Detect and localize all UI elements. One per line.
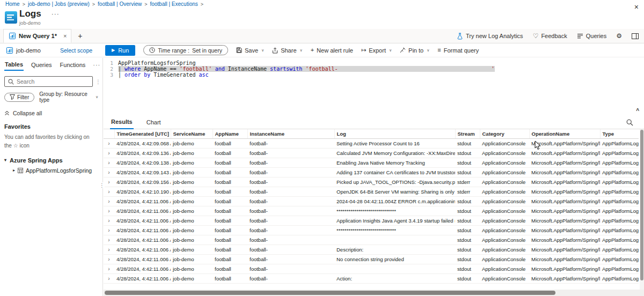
row-expander-icon[interactable]: › [108, 169, 109, 175]
col-operationname[interactable]: OperationName [529, 129, 600, 138]
row-expander-icon[interactable]: › [108, 237, 109, 243]
sidebar-tab-queries[interactable]: Queries [31, 60, 53, 70]
tab-new-query-1[interactable]: New Query 1* × [3, 29, 71, 43]
run-button[interactable]: ▶ Run [105, 45, 135, 56]
filter-button[interactable]: Filter [4, 93, 34, 102]
table-row[interactable]: › 4/28/2024, 4:42:11.006 AM job-demo foo… [104, 264, 639, 273]
tab-results[interactable]: Results [110, 116, 134, 129]
col-timegenerated[interactable]: TimeGenerated [UTC] [114, 129, 171, 138]
scrollbar-thumb[interactable] [640, 130, 643, 280]
tree-item-appplatformlogsforspring[interactable]: ▸ AppPlatformLogsforSpring [0, 165, 103, 176]
collapse-all-button[interactable]: Collapse all [4, 110, 98, 116]
feedback-button[interactable]: ♡ Feedback [533, 33, 567, 39]
results-vertical-scrollbar[interactable] [640, 129, 644, 290]
row-expander-icon[interactable]: › [108, 160, 109, 166]
results-table-body: › 4/28/2024, 4:42:09.068 AM job-demo foo… [104, 138, 639, 283]
cell-timegenerated: 4/28/2024, 4:42:11.006 AM [114, 225, 171, 235]
table-row[interactable]: › 4/28/2024, 4:42:11.006 AM job-demo foo… [104, 225, 639, 235]
scrollbar-thumb[interactable] [105, 291, 555, 295]
cell-instancename: football- [247, 273, 334, 283]
row-expander-icon[interactable]: › [108, 256, 109, 262]
col-type[interactable]: Type [600, 129, 639, 138]
select-scope-link[interactable]: Select scope [60, 47, 92, 54]
share-button[interactable]: Share ∨ [272, 47, 302, 54]
tree-group-azure-spring-apps[interactable]: ▾ Azure Spring Apps [0, 156, 103, 165]
new-alert-rule-button[interactable]: + New alert rule [311, 47, 353, 54]
close-blade-button[interactable]: × [634, 3, 639, 11]
breadcrumb-link[interactable]: football | Overview [98, 1, 142, 7]
table-row[interactable]: › 4/28/2024, 4:42:11.006 AM job-demo foo… [104, 206, 639, 216]
cell-type: AppPlatformLogs [600, 167, 639, 177]
sidebar-search-box[interactable] [4, 76, 93, 87]
breadcrumb-link[interactable]: Home [5, 1, 20, 7]
logs-blade-icon [4, 11, 18, 24]
col-instancename[interactable]: InstanceName [247, 129, 334, 138]
horizontal-scrollbar[interactable] [104, 290, 644, 296]
table-row[interactable]: › 4/28/2024, 4:42:11.006 AM job-demo foo… [104, 216, 639, 225]
search-input[interactable] [17, 78, 89, 85]
sidebar-tab-tables[interactable]: Tables [4, 59, 24, 71]
row-expander-icon[interactable]: › [108, 218, 109, 224]
time-range-button[interactable]: Time range : Set in query [143, 45, 228, 55]
col-stream[interactable]: Stream [455, 129, 480, 138]
table-row[interactable]: › 4/28/2024, 4:42:10.190 AM job-demo foo… [104, 187, 639, 196]
export-button[interactable]: ↦ Export ∨ [361, 47, 392, 54]
table-row[interactable]: › 4/28/2024, 4:42:11.006 AM job-demo foo… [104, 235, 639, 245]
search-options-handle[interactable]: ⋮ [96, 79, 101, 85]
collapse-results-icon[interactable]: ^ [636, 108, 639, 114]
row-expander-icon[interactable]: › [108, 189, 109, 195]
cell-instancename: football- [247, 264, 334, 273]
table-row[interactable]: › 4/28/2024, 4:42:11.006 AM job-demo foo… [104, 273, 639, 283]
row-expander-icon[interactable]: › [108, 198, 109, 204]
pin-to-button[interactable]: Pin to ∨ [400, 47, 429, 54]
breadcrumb-link[interactable]: job-demo | Jobs (preview) [28, 1, 90, 7]
table-row[interactable]: › 4/28/2024, 4:42:09.138 AM job-demo foo… [104, 158, 639, 167]
chevron-down-icon: ∨ [300, 48, 303, 53]
page-title: Logs [19, 9, 41, 19]
query-editor[interactable]: 1AppPlatformLogsforSpring 2| where AppNa… [104, 58, 644, 115]
cell-expander: › [104, 235, 114, 245]
col-appname[interactable]: AppName [213, 129, 247, 138]
sidebar-tab-functions[interactable]: Functions [60, 60, 86, 70]
row-expander-icon[interactable]: › [108, 140, 109, 146]
row-expander-icon[interactable]: › [108, 208, 109, 214]
results-search-icon[interactable] [626, 119, 633, 126]
new-tab-button[interactable]: + [71, 29, 89, 43]
collapsed-triangle-icon[interactable]: ▸ [13, 168, 15, 173]
table-row[interactable]: › 4/28/2024, 4:42:11.006 AM job-demo foo… [104, 245, 639, 254]
row-expander-icon[interactable]: › [108, 179, 109, 185]
col-category[interactable]: Category [480, 129, 529, 138]
col-servicename[interactable]: ServiceName [171, 129, 213, 138]
table-row[interactable]: › 4/28/2024, 4:42:09.068 AM job-demo foo… [104, 138, 639, 148]
try-new-log-analytics-link[interactable]: Try new Log Analytics [457, 33, 523, 40]
tab-chart[interactable]: Chart [145, 116, 162, 129]
sidebar-resize-handle[interactable]: ⋮ [99, 182, 105, 188]
asc-keyword: asc [199, 72, 209, 78]
format-query-button[interactable]: ≡ Format query [437, 47, 479, 54]
row-expander-icon[interactable]: › [108, 247, 109, 253]
row-expander-icon[interactable]: › [108, 266, 109, 272]
sidebar-more-button[interactable]: ··· [93, 62, 100, 68]
breadcrumb-separator-icon: > [92, 2, 95, 7]
col-log[interactable]: Log [334, 129, 455, 138]
table-row[interactable]: › 4/28/2024, 4:42:09.143 AM job-demo foo… [104, 167, 639, 177]
save-button[interactable]: Save ∨ [236, 47, 264, 54]
queries-button[interactable]: Queries [577, 33, 607, 39]
group-by-dropdown[interactable]: Group by: Resource type ∨ [39, 91, 98, 103]
cell-stream: stdout [455, 235, 480, 245]
breadcrumb-link[interactable]: football | Executions [150, 1, 197, 7]
close-tab-icon[interactable]: × [63, 33, 67, 39]
breadcrumb-separator-icon: > [201, 2, 203, 7]
more-options-button[interactable]: ··· [52, 10, 60, 18]
expanded-triangle-icon[interactable]: ▾ [4, 158, 6, 162]
table-row[interactable]: › 4/28/2024, 4:42:09.156 AM job-demo foo… [104, 177, 639, 187]
table-row[interactable]: › 4/28/2024, 4:42:09.136 AM job-demo foo… [104, 148, 639, 158]
row-expander-icon[interactable]: › [108, 227, 109, 233]
row-expander-icon[interactable]: › [108, 276, 109, 282]
table-row[interactable]: › 4/28/2024, 4:42:11.006 AM job-demo foo… [104, 254, 639, 264]
table-row[interactable]: › 4/28/2024, 4:42:11.006 AM job-demo foo… [104, 196, 639, 206]
cell-timegenerated: 4/28/2024, 4:42:10.190 AM [114, 187, 171, 196]
side-panel-button[interactable] [632, 33, 639, 39]
row-expander-icon[interactable]: › [108, 150, 109, 156]
settings-button[interactable]: ⚙ [616, 33, 622, 39]
